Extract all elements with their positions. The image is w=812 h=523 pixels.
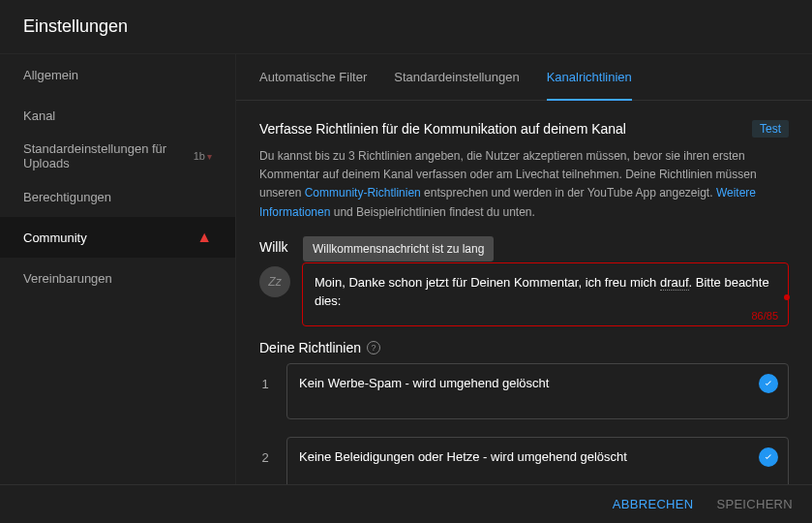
sidebar-item-label: Vereinbarungen (23, 271, 212, 286)
section-description: Du kannst bis zu 3 Richtlinien angeben, … (259, 147, 789, 222)
dialog-header: Einstellungen (0, 0, 812, 54)
char-counter: 86/85 (751, 310, 778, 322)
sidebar-item-general[interactable]: Allgemein (0, 54, 235, 95)
tab-channel-guidelines[interactable]: Kanalrichtlinien (547, 54, 632, 101)
sidebar-item-label: Kanal (23, 108, 212, 123)
tab-defaults[interactable]: Standardeinstellungen (394, 54, 519, 101)
section-title: Verfasse Richtlinien für die Kommunikati… (259, 121, 626, 137)
guideline-number: 1 (259, 363, 271, 391)
dialog-footer: ABBRECHEN SPEICHERN (0, 484, 812, 523)
check-icon (759, 447, 778, 467)
guideline-input-1[interactable]: Kein Werbe-Spam - wird umgehend gelöscht (286, 363, 789, 419)
sidebar-item-channel[interactable]: Kanal (0, 95, 235, 136)
welcome-message-input[interactable]: Willkommensnachricht ist zu lang Moin, D… (302, 262, 789, 326)
warning-icon: ▲ (196, 229, 212, 246)
test-button[interactable]: Test (752, 120, 789, 138)
tab-auto-filters[interactable]: Automatische Filter (259, 54, 367, 101)
tab-bar: Automatische Filter Standardeinstellunge… (236, 54, 812, 101)
sidebar-item-upload-defaults[interactable]: Standardeinstellungen für Uploads 1b ▾ (0, 136, 235, 176)
sidebar-item-label: Berechtigungen (23, 190, 212, 204)
save-button[interactable]: SPEICHERN (716, 497, 793, 511)
cancel-button[interactable]: ABBRECHEN (613, 497, 694, 511)
upload-badge: 1b ▾ (194, 150, 212, 162)
guideline-number: 2 (259, 437, 271, 465)
welcome-message-text: Moin, Danke schon jetzt für Deinen Komme… (315, 273, 776, 311)
error-dot-icon (784, 294, 790, 300)
avatar: Zz (259, 266, 290, 297)
sidebar-item-permissions[interactable]: Berechtigungen (0, 176, 235, 217)
sidebar: Allgemein Kanal Standardeinstellungen fü… (0, 54, 236, 484)
sidebar-item-community[interactable]: Community ▲ (0, 217, 235, 258)
guideline-row: 2 Keine Beleidigungen oder Hetze - wird … (259, 437, 789, 484)
main-panel: Automatische Filter Standardeinstellunge… (236, 54, 812, 484)
error-tooltip: Willkommensnachricht ist zu lang (303, 236, 494, 262)
sidebar-item-label: Standardeinstellungen für Uploads (23, 141, 188, 170)
sidebar-item-agreements[interactable]: Vereinbarungen (0, 258, 235, 298)
guidelines-title: Deine Richtlinien ? (259, 340, 789, 355)
help-icon[interactable]: ? (367, 341, 380, 354)
sidebar-item-label: Allgemein (23, 68, 212, 82)
chevron-down-icon: ▾ (207, 151, 212, 162)
guideline-row: 1 Kein Werbe-Spam - wird umgehend gelösc… (259, 363, 789, 419)
guideline-input-2[interactable]: Keine Beleidigungen oder Hetze - wird um… (286, 437, 789, 484)
dialog-title: Einstellungen (23, 16, 128, 37)
sidebar-item-label: Community (23, 231, 193, 245)
check-icon (759, 374, 778, 393)
community-guidelines-link[interactable]: Community-Richtlinien (305, 186, 421, 200)
